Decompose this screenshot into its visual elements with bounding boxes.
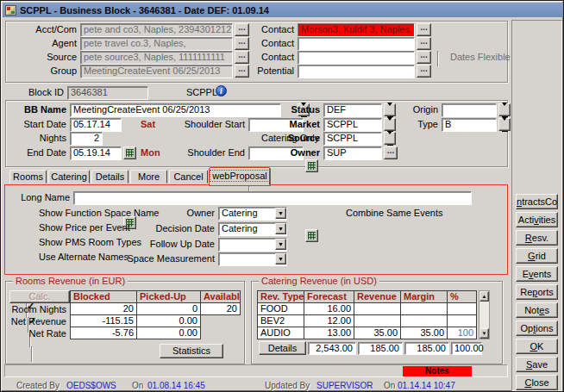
tab-cancel[interactable]: Cancel <box>169 170 208 184</box>
cat-cell: 35.00 <box>354 327 401 339</box>
owner-field[interactable]: SUP <box>323 146 382 160</box>
tab-details[interactable]: Details <box>91 170 128 184</box>
updated-on-label: On <box>384 379 395 392</box>
info-icon[interactable]: i <box>216 85 227 96</box>
rooms-cell: -115.15 <box>70 315 137 327</box>
created-by-label: Created By <box>16 379 60 392</box>
updated-by-value: SUPERVISOR <box>316 379 373 392</box>
tab-more[interactable]: More <box>130 170 167 184</box>
dates-flexible-label: Dates Flexible <box>450 51 511 64</box>
notes-indicator-badge: Notes <box>403 366 472 376</box>
resv-button[interactable]: Resv. <box>516 230 558 246</box>
contact1-field[interactable]: Morson3, Kuldif 3, Naples, 2334448555 <box>298 23 415 37</box>
events-button[interactable]: Events <box>516 266 558 282</box>
type-label: Type <box>393 118 438 131</box>
bb-name-field[interactable]: MeetingCreateEvent 06/25/2013 <box>70 103 281 117</box>
tab-webproposal[interactable]: webProposal <box>210 168 270 185</box>
acct-com-field[interactable]: pete and co3, Naples, 2394301212 <box>80 23 233 37</box>
potential-field[interactable] <box>298 65 415 78</box>
market-label: Market <box>268 118 320 131</box>
combine-same-events-label: Combine Same Events <box>346 207 443 220</box>
contact2-lookup-button[interactable]: ... <box>417 37 431 50</box>
cat-col-pct: % <box>448 290 477 303</box>
activities-button[interactable]: Activities <box>516 212 558 227</box>
use-alternate-names-label: Use Alternate Names <box>39 251 128 264</box>
space-measurement-dropdown-icon[interactable]: ▼ <box>275 253 286 264</box>
contact3-lookup-button[interactable]: ... <box>417 51 431 64</box>
created-on-value: 01.08.14 16:45 <box>147 379 205 392</box>
cat-cell-rev-type[interactable]: BEV2 <box>257 315 304 327</box>
scroll-up-icon[interactable]: ▲ <box>479 291 489 302</box>
rooms-cell: -5.76 <box>70 327 137 339</box>
end-date-field[interactable]: 05.19.14 <box>70 146 122 160</box>
contracts-button[interactable]: ntractsCo <box>516 194 558 209</box>
contact3-field[interactable] <box>298 51 415 65</box>
block-id-label: Block ID <box>25 86 64 99</box>
start-date-field[interactable]: 05.17.14 <box>70 118 122 132</box>
cat-cell: 100 <box>448 327 477 339</box>
source-field[interactable]: pete source3, Naples, 1111111111 <box>80 51 233 65</box>
tab-catering[interactable]: Catering <box>48 170 90 184</box>
rooms-row-label: Net Revenue <box>3 315 66 328</box>
cat-col-margin: Margin <box>401 290 448 303</box>
origin-field[interactable] <box>442 103 497 117</box>
contact2-field[interactable] <box>298 37 415 51</box>
cat-cell <box>354 315 401 327</box>
created-by-value: OEDS$OWS <box>66 379 116 392</box>
cat-cell-rev-type[interactable]: FOOD <box>257 303 304 315</box>
start-date-calendar-icon[interactable] <box>123 146 136 159</box>
shoulder-end-label: Shoulder End <box>173 146 245 159</box>
reports-button[interactable]: Reports <box>516 284 558 300</box>
follow-up-date-dropdown-icon[interactable]: ▼ <box>275 239 286 250</box>
long-name-label: Long Name <box>8 191 70 204</box>
potential-lookup-button[interactable]: ... <box>417 65 431 78</box>
contact1-label: Contact <box>251 23 294 36</box>
type-lov-button[interactable] <box>498 118 511 131</box>
agent-lookup-button[interactable]: ... <box>235 37 249 50</box>
cat-cell <box>448 303 477 315</box>
close-button[interactable]: Close <box>516 375 558 390</box>
acct-com-lookup-button[interactable]: ... <box>235 23 249 36</box>
ok-button[interactable]: OK <box>516 339 558 354</box>
group-field[interactable]: MeetingCreateEvent 06/25/2013 <box>80 65 233 78</box>
grid-button[interactable]: Grid <box>516 248 558 264</box>
source-code-field[interactable]: SCPPL <box>323 132 382 146</box>
tab-rooms[interactable]: Rooms <box>9 170 47 184</box>
source-code-label: Source <box>268 132 320 145</box>
catering-table-scrollbar[interactable]: ▲ ▼ <box>479 290 490 339</box>
cat-cell: 12.00 <box>304 315 354 327</box>
calc-button[interactable]: Calc. <box>9 290 70 303</box>
options-button[interactable]: Options <box>516 320 558 336</box>
source-lookup-button[interactable]: ... <box>235 51 249 64</box>
cat-cell-rev-type[interactable]: AUDIO <box>257 327 304 339</box>
shoulder-start-label: Shoulder Start <box>173 118 245 131</box>
origin-lov-button[interactable] <box>498 103 511 116</box>
nights-field[interactable]: 2 <box>70 132 103 146</box>
shoulder-start-calendar-icon[interactable] <box>305 159 318 172</box>
agent-field[interactable]: pete travel co.3, Naples, <box>80 37 233 51</box>
scroll-down-icon[interactable]: ▼ <box>479 328 489 339</box>
contact2-label: Contact <box>251 37 294 50</box>
long-name-field[interactable] <box>73 191 472 205</box>
start-date-day: Sat <box>141 118 155 131</box>
contact1-lookup-button[interactable]: ... <box>417 23 431 36</box>
source-label: Source <box>8 51 77 64</box>
save-button[interactable]: Save <box>516 357 558 372</box>
wp-owner-dropdown-icon[interactable]: ▼ <box>275 208 286 219</box>
type-field[interactable]: B <box>442 118 497 132</box>
owner-lookup-button[interactable]: ... <box>384 146 398 159</box>
total-pct: 100.00 <box>451 342 482 355</box>
details-button[interactable]: Details <box>259 341 306 355</box>
cat-col-rev-type: Rev. Type <box>257 290 304 303</box>
title-bar[interactable]: SCPPL - Business Block - 3646381 - Date … <box>3 3 563 17</box>
market-field[interactable]: SCPPL <box>323 118 382 132</box>
notes-button[interactable]: Notes <box>516 302 558 318</box>
start-date-label: Start Date <box>8 118 66 131</box>
decision-date-dropdown-icon[interactable]: ▼ <box>275 223 286 234</box>
status-field[interactable]: DEF <box>323 103 382 117</box>
dates-flexible-checkbox[interactable] <box>437 51 439 67</box>
bb-name-label: BB Name <box>8 103 66 116</box>
group-lookup-button[interactable]: ... <box>235 65 249 78</box>
source-lov-button[interactable] <box>384 132 396 145</box>
statistics-button[interactable]: Statistics <box>160 344 223 358</box>
